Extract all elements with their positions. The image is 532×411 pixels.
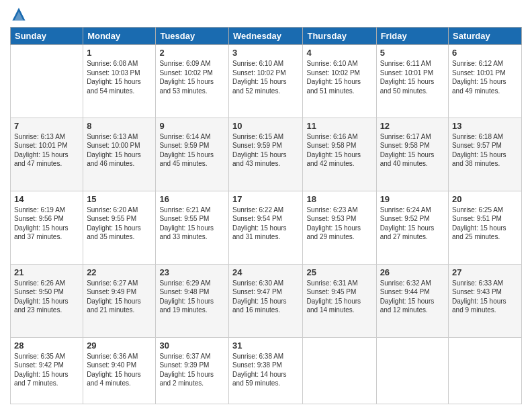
day-info: Sunrise: 6:26 AM Sunset: 9:50 PM Dayligh… xyxy=(14,279,79,315)
day-info: Sunrise: 6:33 AM Sunset: 9:43 PM Dayligh… xyxy=(452,279,518,315)
day-info: Sunrise: 6:13 AM Sunset: 10:00 PM Daylig… xyxy=(87,132,152,169)
day-number: 27 xyxy=(452,267,518,277)
calendar-cell: 1Sunrise: 6:08 AM Sunset: 10:03 PM Dayli… xyxy=(83,45,156,118)
day-info: Sunrise: 6:25 AM Sunset: 9:51 PM Dayligh… xyxy=(452,205,518,242)
calendar-cell: 5Sunrise: 6:11 AM Sunset: 10:01 PM Dayli… xyxy=(376,45,448,118)
calendar-cell: 7Sunrise: 6:13 AM Sunset: 10:01 PM Dayli… xyxy=(11,118,83,191)
day-number: 19 xyxy=(380,194,445,204)
day-info: Sunrise: 6:14 AM Sunset: 9:59 PM Dayligh… xyxy=(159,132,225,169)
day-info: Sunrise: 6:11 AM Sunset: 10:01 PM Daylig… xyxy=(380,59,445,95)
day-number: 18 xyxy=(306,194,372,204)
day-info: Sunrise: 6:32 AM Sunset: 9:44 PM Dayligh… xyxy=(380,279,445,315)
calendar-cell: 22Sunrise: 6:27 AM Sunset: 9:49 PM Dayli… xyxy=(83,264,156,337)
calendar-cell: 27Sunrise: 6:33 AM Sunset: 9:43 PM Dayli… xyxy=(449,264,522,337)
day-info: Sunrise: 6:21 AM Sunset: 9:55 PM Dayligh… xyxy=(159,205,225,242)
day-info: Sunrise: 6:17 AM Sunset: 9:58 PM Dayligh… xyxy=(380,132,445,169)
week-row-3: 14Sunrise: 6:19 AM Sunset: 9:56 PM Dayli… xyxy=(11,191,522,264)
day-number: 14 xyxy=(14,194,79,204)
day-number: 6 xyxy=(452,48,518,58)
day-info: Sunrise: 6:22 AM Sunset: 9:54 PM Dayligh… xyxy=(232,205,299,242)
day-number: 24 xyxy=(232,267,299,277)
day-number: 21 xyxy=(14,267,79,277)
week-row-2: 7Sunrise: 6:13 AM Sunset: 10:01 PM Dayli… xyxy=(11,118,522,191)
calendar-cell: 2Sunrise: 6:09 AM Sunset: 10:02 PM Dayli… xyxy=(156,45,229,118)
weekday-friday: Friday xyxy=(376,28,448,45)
calendar-cell: 8Sunrise: 6:13 AM Sunset: 10:00 PM Dayli… xyxy=(83,118,156,191)
day-number: 15 xyxy=(87,194,152,204)
day-number: 31 xyxy=(232,340,299,351)
calendar-cell xyxy=(449,337,522,404)
day-number: 5 xyxy=(380,48,445,58)
day-info: Sunrise: 6:30 AM Sunset: 9:47 PM Dayligh… xyxy=(232,279,299,315)
day-info: Sunrise: 6:38 AM Sunset: 9:38 PM Dayligh… xyxy=(232,352,299,388)
day-info: Sunrise: 6:10 AM Sunset: 10:02 PM Daylig… xyxy=(232,59,299,95)
calendar-cell: 24Sunrise: 6:30 AM Sunset: 9:47 PM Dayli… xyxy=(229,264,303,337)
day-info: Sunrise: 6:13 AM Sunset: 10:01 PM Daylig… xyxy=(14,132,79,169)
calendar-cell: 28Sunrise: 6:35 AM Sunset: 9:42 PM Dayli… xyxy=(11,337,83,404)
calendar-cell: 26Sunrise: 6:32 AM Sunset: 9:44 PM Dayli… xyxy=(376,264,448,337)
day-info: Sunrise: 6:24 AM Sunset: 9:52 PM Dayligh… xyxy=(380,205,445,242)
day-number: 25 xyxy=(306,267,372,277)
day-number: 16 xyxy=(159,194,225,204)
logo-icon xyxy=(11,7,26,21)
calendar-cell: 15Sunrise: 6:20 AM Sunset: 9:55 PM Dayli… xyxy=(83,191,156,264)
calendar-cell: 17Sunrise: 6:22 AM Sunset: 9:54 PM Dayli… xyxy=(229,191,303,264)
calendar-cell xyxy=(303,337,376,404)
day-number: 20 xyxy=(452,194,518,204)
calendar-cell: 14Sunrise: 6:19 AM Sunset: 9:56 PM Dayli… xyxy=(11,191,83,264)
day-number: 3 xyxy=(232,48,299,58)
day-number: 29 xyxy=(87,340,152,351)
week-row-1: 1Sunrise: 6:08 AM Sunset: 10:03 PM Dayli… xyxy=(11,45,522,118)
calendar-cell: 23Sunrise: 6:29 AM Sunset: 9:48 PM Dayli… xyxy=(156,264,229,337)
calendar-cell: 31Sunrise: 6:38 AM Sunset: 9:38 PM Dayli… xyxy=(229,337,303,404)
day-info: Sunrise: 6:31 AM Sunset: 9:45 PM Dayligh… xyxy=(306,279,372,315)
weekday-thursday: Thursday xyxy=(303,28,376,45)
calendar-cell: 16Sunrise: 6:21 AM Sunset: 9:55 PM Dayli… xyxy=(156,191,229,264)
day-number: 2 xyxy=(159,48,225,58)
day-number: 26 xyxy=(380,267,445,277)
calendar-cell: 13Sunrise: 6:18 AM Sunset: 9:57 PM Dayli… xyxy=(449,118,522,191)
day-info: Sunrise: 6:29 AM Sunset: 9:48 PM Dayligh… xyxy=(159,279,225,315)
day-info: Sunrise: 6:15 AM Sunset: 9:59 PM Dayligh… xyxy=(232,132,299,169)
day-info: Sunrise: 6:09 AM Sunset: 10:02 PM Daylig… xyxy=(159,59,225,95)
day-number: 23 xyxy=(159,267,225,277)
calendar-cell: 21Sunrise: 6:26 AM Sunset: 9:50 PM Dayli… xyxy=(11,264,83,337)
weekday-tuesday: Tuesday xyxy=(156,28,229,45)
week-row-4: 21Sunrise: 6:26 AM Sunset: 9:50 PM Dayli… xyxy=(11,264,522,337)
day-number: 22 xyxy=(87,267,152,277)
day-number: 4 xyxy=(306,48,372,58)
day-number: 10 xyxy=(232,121,299,131)
calendar-cell: 29Sunrise: 6:36 AM Sunset: 9:40 PM Dayli… xyxy=(83,337,156,404)
day-info: Sunrise: 6:20 AM Sunset: 9:55 PM Dayligh… xyxy=(87,205,152,242)
weekday-saturday: Saturday xyxy=(449,28,522,45)
calendar-table: SundayMondayTuesdayWednesdayThursdayFrid… xyxy=(10,27,522,404)
day-info: Sunrise: 6:08 AM Sunset: 10:03 PM Daylig… xyxy=(87,59,152,95)
calendar-cell: 30Sunrise: 6:37 AM Sunset: 9:39 PM Dayli… xyxy=(156,337,229,404)
day-number: 1 xyxy=(87,48,152,58)
calendar-cell: 19Sunrise: 6:24 AM Sunset: 9:52 PM Dayli… xyxy=(376,191,448,264)
day-number: 13 xyxy=(452,121,518,131)
header xyxy=(10,7,522,21)
weekday-monday: Monday xyxy=(83,28,156,45)
day-number: 8 xyxy=(87,121,152,131)
calendar-cell: 25Sunrise: 6:31 AM Sunset: 9:45 PM Dayli… xyxy=(303,264,376,337)
calendar-cell: 11Sunrise: 6:16 AM Sunset: 9:58 PM Dayli… xyxy=(303,118,376,191)
weekday-wednesday: Wednesday xyxy=(229,28,303,45)
weekday-header-row: SundayMondayTuesdayWednesdayThursdayFrid… xyxy=(11,28,522,45)
calendar-cell xyxy=(11,45,83,118)
day-info: Sunrise: 6:12 AM Sunset: 10:01 PM Daylig… xyxy=(452,59,518,95)
day-number: 12 xyxy=(380,121,445,131)
day-number: 11 xyxy=(306,121,372,131)
day-info: Sunrise: 6:19 AM Sunset: 9:56 PM Dayligh… xyxy=(14,205,79,242)
day-info: Sunrise: 6:10 AM Sunset: 10:02 PM Daylig… xyxy=(306,59,372,95)
calendar-cell xyxy=(376,337,448,404)
logo xyxy=(10,7,28,21)
calendar-cell: 3Sunrise: 6:10 AM Sunset: 10:02 PM Dayli… xyxy=(229,45,303,118)
calendar-cell: 20Sunrise: 6:25 AM Sunset: 9:51 PM Dayli… xyxy=(449,191,522,264)
day-number: 30 xyxy=(159,340,225,351)
day-info: Sunrise: 6:16 AM Sunset: 9:58 PM Dayligh… xyxy=(306,132,372,169)
day-number: 7 xyxy=(14,121,79,131)
calendar-cell: 4Sunrise: 6:10 AM Sunset: 10:02 PM Dayli… xyxy=(303,45,376,118)
day-info: Sunrise: 6:36 AM Sunset: 9:40 PM Dayligh… xyxy=(87,352,152,388)
calendar-cell: 6Sunrise: 6:12 AM Sunset: 10:01 PM Dayli… xyxy=(449,45,522,118)
